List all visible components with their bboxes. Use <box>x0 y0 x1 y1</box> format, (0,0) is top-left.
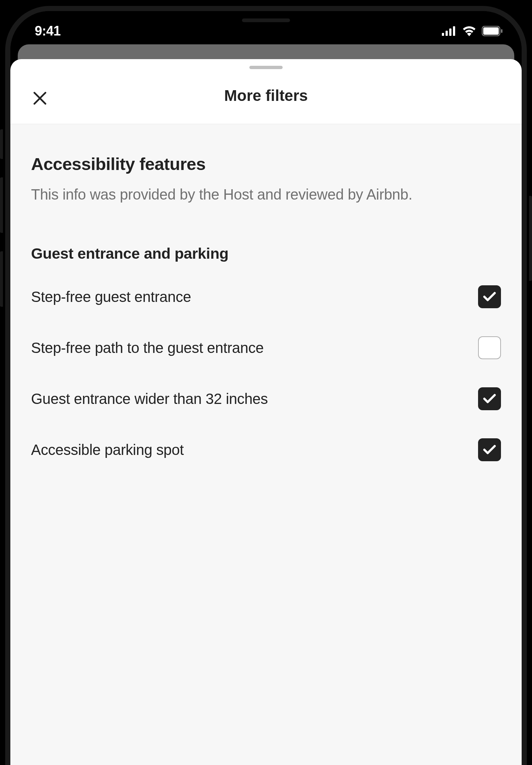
section-title: Accessibility features <box>31 154 501 174</box>
phone-side-button <box>0 251 3 307</box>
check-icon <box>483 292 496 302</box>
sheet-body[interactable]: Accessibility features This info was pro… <box>10 124 522 765</box>
section-description: This info was provided by the Host and r… <box>31 184 501 204</box>
option-checkbox[interactable] <box>478 387 501 410</box>
option-label: Step-free path to the guest entrance <box>31 338 264 358</box>
option-row[interactable]: Step-free path to the guest entrance <box>31 336 501 359</box>
option-row[interactable]: Step-free guest entrance <box>31 285 501 308</box>
phone-side-button <box>0 129 3 159</box>
option-checkbox[interactable] <box>478 438 501 461</box>
phone-earpiece <box>242 18 290 22</box>
close-icon <box>33 91 47 105</box>
option-label: Step-free guest entrance <box>31 287 191 307</box>
wifi-icon <box>462 26 477 36</box>
status-icons <box>442 26 503 36</box>
cellular-icon <box>442 26 457 36</box>
option-checkbox[interactable] <box>478 336 501 359</box>
option-label: Guest entrance wider than 32 inches <box>31 389 268 409</box>
svg-rect-3 <box>453 26 455 36</box>
svg-rect-0 <box>442 33 444 36</box>
option-label: Accessible parking spot <box>31 440 184 460</box>
svg-rect-2 <box>449 28 451 36</box>
filters-sheet: More filters Accessibility features This… <box>10 59 522 765</box>
check-icon <box>483 445 496 455</box>
phone-frame: 9:41 <box>5 6 527 765</box>
subsection-title: Guest entrance and parking <box>31 245 501 262</box>
close-button[interactable] <box>31 89 49 107</box>
option-checkbox[interactable] <box>478 285 501 308</box>
phone-side-button <box>529 196 532 281</box>
option-row[interactable]: Guest entrance wider than 32 inches <box>31 387 501 410</box>
check-icon <box>483 394 496 404</box>
option-row[interactable]: Accessible parking spot <box>31 438 501 461</box>
sheet-title: More filters <box>224 87 308 105</box>
sheet-grabber[interactable] <box>249 66 283 69</box>
svg-rect-5 <box>483 27 499 35</box>
svg-rect-6 <box>501 29 502 33</box>
phone-side-button <box>0 177 3 233</box>
status-time: 9:41 <box>35 23 61 39</box>
battery-icon <box>482 26 503 36</box>
sheet-header: More filters <box>10 69 522 124</box>
svg-rect-1 <box>446 31 448 36</box>
